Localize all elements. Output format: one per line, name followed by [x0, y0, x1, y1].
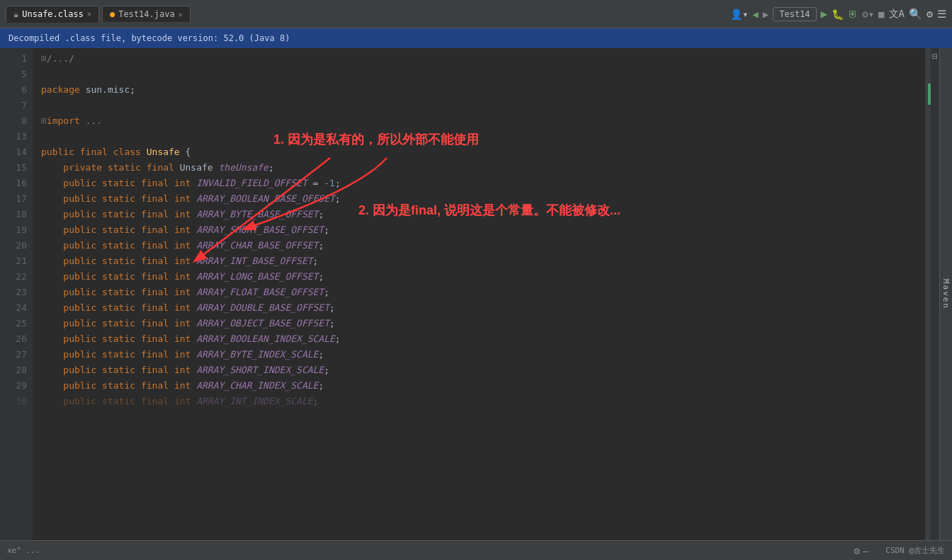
back-icon[interactable]: ◀ — [752, 8, 758, 20]
code-line-26: public static final int ARRAY_BOOLEAN_IN… — [41, 331, 925, 347]
code-line-17: public static final int ARRAY_BOOLEAN_BA… — [41, 191, 925, 207]
ln-24: 24 — [0, 300, 27, 316]
code-line-28: public static final int ARRAY_SHORT_INDE… — [41, 362, 925, 378]
coverage-icon[interactable]: ⛨ — [848, 8, 858, 20]
code-line-27: public static final int ARRAY_BYTE_INDEX… — [41, 347, 925, 362]
maven-panel[interactable]: Maven — [939, 48, 952, 540]
code-line-5 — [41, 67, 925, 82]
code-line-24: public static final int ARRAY_DOUBLE_BAS… — [41, 300, 925, 316]
run-icon[interactable]: ▶ — [821, 7, 828, 21]
ln-19: 19 — [0, 222, 27, 238]
code-line-22: public static final int ARRAY_LONG_BASE_… — [41, 269, 925, 285]
code-line-21: public static final int ARRAY_INT_BASE_O… — [41, 253, 925, 269]
bottom-bar: xe" ... ⚙ — CSDN @吉士先生 — [0, 540, 952, 560]
code-line-1: ⊞/.../ — [41, 51, 925, 67]
code-line-6: package sun.misc; — [41, 82, 925, 98]
tab-unsafe-label: Unsafe.class — [22, 9, 84, 19]
editor-area: 1 5 6 7 8 13 14 15 16 17 18 19 20 21 22 … — [0, 48, 952, 540]
ln-1: 1 — [0, 51, 27, 67]
ln-8: 8 — [0, 113, 27, 129]
more-run-icon[interactable]: ⚙▾ — [862, 8, 874, 20]
code-line-7 — [41, 98, 925, 113]
fold-icon-8[interactable]: ⊞ — [41, 113, 47, 129]
ln-5: 5 — [0, 67, 27, 82]
top-bar: ☕ Unsafe.class ✕ ● Test14.java ✕ 👤▾ ◀ ▶ … — [0, 0, 952, 28]
code-line-30: public static final int ARRAY_INT_INDEX_… — [41, 394, 925, 409]
ln-6: 6 — [0, 82, 27, 98]
editor-mode: xe" ... — [7, 546, 40, 555]
class-file-icon: ☕ — [13, 9, 18, 19]
ln-7: 7 — [0, 98, 27, 113]
search-icon[interactable]: 🔍 — [909, 8, 922, 21]
code-line-8: ⊞import ... — [41, 113, 925, 129]
fold-icon-1[interactable]: ⊞ — [41, 51, 47, 67]
code-line-15: private static final Unsafe theUnsafe; — [41, 160, 925, 176]
code-line-13 — [41, 129, 925, 144]
tab-unsafe-close[interactable]: ✕ — [87, 10, 91, 18]
code-line-18: public static final int ARRAY_BYTE_BASE_… — [41, 207, 925, 222]
ln-25: 25 — [0, 316, 27, 331]
ln-29: 29 — [0, 378, 27, 394]
decompile-info: Decompiled .class file, bytecode version… — [8, 33, 290, 43]
ln-14: 14 — [0, 144, 27, 160]
java-file-icon: ● — [110, 9, 115, 19]
ln-13: 13 — [0, 129, 27, 144]
code-line-16: public static final int INVALID_FIELD_OF… — [41, 176, 925, 191]
code-line-29: public static final int ARRAY_CHAR_INDEX… — [41, 378, 925, 394]
settings-icon[interactable]: ⚙ — [926, 8, 933, 21]
ln-17: 17 — [0, 191, 27, 207]
ln-21: 21 — [0, 253, 27, 269]
csdn-watermark: CSDN @吉士先生 — [885, 545, 945, 556]
ln-20: 20 — [0, 238, 27, 253]
tab-test14-close[interactable]: ✕ — [178, 11, 183, 18]
translate-icon[interactable]: 文A — [889, 8, 905, 21]
toolbar-right: 👤▾ ◀ ▶ Test14 ▶ 🐛 ⛨ ⚙▾ ■ 文A 🔍 ⚙ ☰ — [730, 7, 946, 21]
code-line-23: public static final int ARRAY_FLOAT_BASE… — [41, 285, 925, 300]
ln-26: 26 — [0, 331, 27, 347]
tab-test14-label: Test14.java — [118, 9, 174, 19]
ln-28: 28 — [0, 362, 27, 378]
run-config-box[interactable]: Test14 — [773, 7, 816, 21]
stop-icon[interactable]: ■ — [878, 8, 884, 20]
right-scrollbar[interactable] — [925, 48, 931, 540]
minimize-icon[interactable]: — — [863, 545, 868, 556]
minimap-panel: ⊟ — [931, 48, 939, 540]
info-bar: Decompiled .class file, bytecode version… — [0, 28, 952, 48]
tab-bar: ☕ Unsafe.class ✕ ● Test14.java ✕ — [6, 6, 191, 23]
ln-30: 30 — [0, 394, 27, 409]
ln-15: 15 — [0, 160, 27, 176]
code-line-25: public static final int ARRAY_OBJECT_BAS… — [41, 316, 925, 331]
line-numbers: 1 5 6 7 8 13 14 15 16 17 18 19 20 21 22 … — [0, 48, 33, 540]
code-line-20: public static final int ARRAY_CHAR_BASE_… — [41, 238, 925, 253]
ln-18: 18 — [0, 207, 27, 222]
code-content: ⊞/.../ package sun.misc; ⊞import ... pub… — [33, 48, 925, 540]
bottom-left: xe" ... — [7, 546, 40, 555]
ln-16: 16 — [0, 176, 27, 191]
forward-icon[interactable]: ▶ — [763, 8, 769, 20]
settings-gear-icon[interactable]: ⚙ — [854, 545, 859, 556]
code-line-19: public static final int ARRAY_SHORT_BASE… — [41, 222, 925, 238]
ln-27: 27 — [0, 347, 27, 362]
code-line-14: public final class Unsafe { — [41, 144, 925, 160]
menu-icon[interactable]: ☰ — [937, 8, 946, 21]
ln-23: 23 — [0, 285, 27, 300]
minimap-icon[interactable]: ⊟ — [932, 51, 938, 62]
tab-unsafe[interactable]: ☕ Unsafe.class ✕ — [6, 6, 99, 23]
app-window: ☕ Unsafe.class ✕ ● Test14.java ✕ 👤▾ ◀ ▶ … — [0, 0, 952, 560]
ln-22: 22 — [0, 269, 27, 285]
maven-label: Maven — [941, 279, 951, 309]
scroll-indicator — [928, 84, 931, 105]
tab-test14[interactable]: ● Test14.java ✕ — [102, 6, 191, 22]
bottom-right: ⚙ — CSDN @吉士先生 — [854, 545, 945, 556]
user-icon[interactable]: 👤▾ — [730, 8, 748, 20]
debug-icon[interactable]: 🐛 — [832, 8, 844, 20]
